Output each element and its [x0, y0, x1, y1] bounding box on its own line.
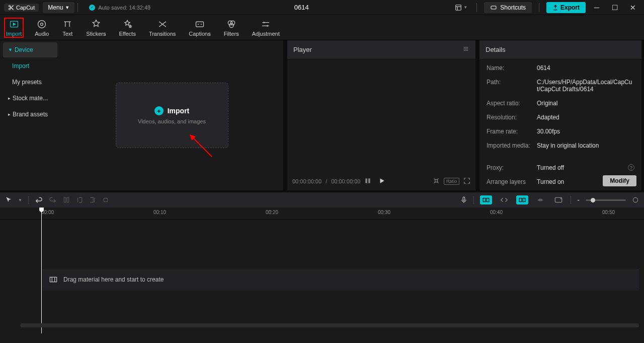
detail-row-imported-media: Imported media:Stay in original location [487, 142, 634, 149]
snap-toggle-3[interactable] [516, 195, 528, 204]
detail-row-path: Path:C:/Users/HP/AppData/Local/CapCut/Ca… [487, 79, 634, 93]
keyboard-icon [490, 5, 497, 11]
delete-button[interactable] [102, 196, 109, 203]
detail-row-framerate: Frame rate:30.00fps [487, 128, 634, 135]
details-title: Details [486, 46, 506, 53]
delete-icon [102, 196, 109, 203]
crop-icon [433, 177, 440, 184]
menu-button[interactable]: Menu ▼ [43, 2, 74, 13]
cut-left-icon [76, 196, 83, 203]
tab-transitions[interactable]: Transitions [147, 18, 178, 38]
tab-import[interactable]: Import [4, 18, 24, 38]
audio-icon [36, 19, 47, 30]
snap-icon [500, 197, 508, 202]
preview-toggle[interactable] [552, 195, 565, 204]
text-icon [62, 19, 73, 30]
link-icon [536, 197, 544, 202]
project-title: 0614 [150, 4, 452, 11]
tab-audio[interactable]: Audio [33, 18, 51, 38]
mic-button[interactable] [460, 196, 467, 204]
expand-icon [463, 177, 470, 184]
snap-main-toggle[interactable] [480, 195, 492, 204]
divider [476, 3, 477, 12]
zoom-slider[interactable] [586, 199, 626, 201]
svg-rect-0 [456, 5, 461, 10]
zoom-thumb[interactable] [591, 198, 595, 202]
media-sidebar: ▼ Device Import My presets ▸ Stock mate.… [0, 40, 60, 190]
svg-rect-17 [366, 178, 368, 183]
redo-button[interactable] [49, 196, 57, 204]
sidebar-item-import[interactable]: Import [3, 58, 57, 74]
snap-toggle-2[interactable] [498, 195, 510, 204]
detail-row-proxy: Proxy:Turned off? [487, 164, 634, 171]
minimize-button[interactable]: ─ [590, 1, 604, 15]
svg-rect-18 [368, 178, 370, 183]
link-toggle[interactable] [534, 195, 546, 204]
svg-line-12 [192, 136, 212, 157]
svg-point-6 [38, 20, 46, 28]
tab-captions[interactable]: Captions [187, 18, 212, 38]
zoom-fit-button[interactable] [632, 196, 639, 203]
filters-icon [226, 19, 237, 30]
modify-button[interactable]: Modify [603, 175, 636, 186]
timeline-tracks[interactable]: Drag material here and start to create [0, 220, 644, 330]
shortcuts-button[interactable]: Shortcuts [484, 2, 532, 13]
tab-effects[interactable]: Effects [117, 18, 137, 38]
autosave-status: ✓ Auto saved: 14:32:49 [89, 5, 150, 11]
maximize-button[interactable]: ☐ [608, 1, 622, 15]
compare-button[interactable] [364, 177, 371, 185]
layout-button[interactable]: ▼ [452, 2, 469, 13]
undo-button[interactable] [35, 196, 43, 204]
cursor-dropdown[interactable]: ▼ [18, 198, 22, 202]
svg-rect-22 [67, 197, 69, 202]
player-title: Player [293, 46, 312, 53]
tab-filters[interactable]: Filters [222, 18, 241, 38]
video-track-icon [49, 277, 57, 283]
magnet-icon [519, 197, 526, 202]
info-icon[interactable]: ? [628, 164, 634, 171]
export-button[interactable]: Export [546, 2, 586, 13]
zoom-out-button[interactable]: - [577, 196, 580, 204]
close-button[interactable]: ✕ [626, 1, 640, 15]
preview-icon [554, 197, 562, 203]
ratio-button[interactable]: Ratio [444, 178, 459, 185]
fullscreen-button[interactable] [463, 177, 470, 185]
horizontal-scrollbar[interactable] [20, 323, 639, 327]
media-dropzone-area: + Import Videos, audios, and images [60, 40, 283, 190]
snap-main-icon [482, 197, 490, 202]
tab-stickers[interactable]: Stickers [84, 18, 108, 38]
details-header: Details [479, 40, 641, 59]
chevron-down-icon: ▼ [463, 5, 467, 10]
tab-text[interactable]: Text [60, 18, 75, 38]
player-controls: 00:00:00:00 / 00:00:00:00 Ratio [287, 172, 475, 190]
sidebar-item-device[interactable]: ▼ Device [3, 42, 57, 57]
split-button[interactable] [63, 196, 70, 203]
cut-left-button[interactable] [76, 196, 83, 203]
cut-right-button[interactable] [89, 196, 96, 203]
svg-rect-31 [50, 277, 56, 282]
crop-button[interactable] [433, 177, 440, 185]
svg-rect-20 [435, 180, 438, 182]
detail-row-aspect: Aspect ratio:Original [487, 100, 634, 107]
layout-icon [454, 4, 462, 11]
tab-adjustment[interactable]: Adjustment [250, 18, 282, 38]
columns-icon [364, 177, 371, 184]
play-button[interactable] [378, 177, 385, 185]
detail-row-name: Name:0614 [487, 64, 634, 72]
track-drop-hint[interactable]: Drag material here and start to create [42, 270, 639, 289]
ruler-mark: 00:10 [153, 210, 166, 215]
cursor-tool[interactable] [5, 196, 12, 203]
main-area: ▼ Device Import My presets ▸ Stock mate.… [0, 40, 644, 190]
sidebar-item-brand[interactable]: ▸ Brand assets [3, 107, 57, 122]
timeline-toolbar: ▼ [0, 192, 644, 208]
sidebar-item-presets[interactable]: My presets [3, 75, 57, 90]
svg-point-7 [41, 23, 43, 25]
player-panel: Player 00:00:00:00 / 00:00:00:00 Ratio [287, 40, 475, 190]
ruler-mark: 00:40 [490, 210, 503, 215]
player-menu-button[interactable] [462, 46, 469, 53]
import-subtitle: Videos, audios, and images [138, 118, 206, 124]
import-dropzone[interactable]: + Import Videos, audios, and images [116, 83, 228, 148]
timeline-ruler[interactable]: 00:00 00:10 00:20 00:30 00:40 00:50 [0, 208, 644, 220]
media-panel: ▼ Device Import My presets ▸ Stock mate.… [0, 40, 283, 190]
sidebar-item-stock[interactable]: ▸ Stock mate... [3, 91, 57, 106]
